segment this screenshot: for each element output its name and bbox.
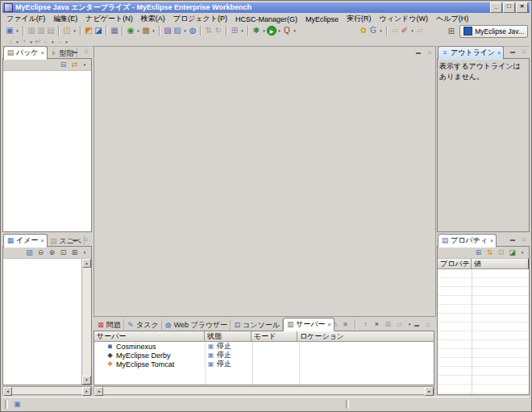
- new-ear-icon[interactable]: ▧: [172, 26, 182, 35]
- new-package-icon[interactable]: ▩: [141, 26, 151, 35]
- back-icon[interactable]: ←: [42, 38, 50, 46]
- tab-properties[interactable]: ▤ プロパティ ×: [438, 234, 497, 248]
- debug-icon[interactable]: ✱: [251, 26, 261, 35]
- tab-web-browser[interactable]: ◍ Web ブラウザー: [162, 319, 231, 331]
- chevron-down-icon[interactable]: ▾: [378, 28, 384, 33]
- view-menu-chevron-icon[interactable]: ▾: [81, 250, 88, 255]
- view-menu-chevron-icon[interactable]: ▾: [519, 250, 526, 255]
- maximize-icon[interactable]: □: [519, 235, 529, 244]
- close-icon[interactable]: ×: [328, 322, 331, 327]
- web-folder-icon[interactable]: ▱: [415, 26, 425, 35]
- maximize-icon[interactable]: □: [423, 320, 433, 330]
- maximize-button[interactable]: □: [503, 2, 515, 13]
- maximize-icon[interactable]: □: [425, 48, 434, 57]
- scroll-left-icon[interactable]: ◂: [3, 387, 12, 396]
- scroll-left-icon[interactable]: ◂: [94, 387, 103, 396]
- tab-servers[interactable]: ▥ サーバー ×: [283, 318, 335, 331]
- menu-file[interactable]: ファイル(F): [2, 14, 49, 24]
- refresh-icon[interactable]: ↻: [214, 26, 223, 35]
- chevron-down-icon[interactable]: ▾: [276, 28, 282, 33]
- menu-edit[interactable]: 編集(E): [49, 14, 81, 24]
- db-explorer-icon[interactable]: ⊞: [230, 26, 239, 35]
- last-edit-location-icon[interactable]: ↩: [34, 38, 42, 46]
- sort-icon[interactable]: ⇅: [485, 248, 494, 257]
- minimize-button[interactable]: _: [490, 2, 502, 13]
- scroll-down-icon[interactable]: ▾: [82, 376, 91, 385]
- scroll-right-icon[interactable]: ▸: [425, 387, 434, 396]
- column-header-server[interactable]: サーバー: [94, 331, 205, 341]
- table-row[interactable]: ◆MyEclipse Derby ▣停止: [94, 351, 434, 360]
- chevron-down-icon[interactable]: ▾: [182, 28, 188, 33]
- external-tools-icon[interactable]: Q: [282, 26, 292, 35]
- maximize-icon[interactable]: □: [81, 47, 91, 56]
- print-icon[interactable]: ▤: [46, 26, 56, 35]
- image-canvas-area[interactable]: ▴ ▾: [3, 259, 91, 385]
- chevron-down-icon[interactable]: ▾: [292, 28, 297, 33]
- menu-run[interactable]: 実行(R): [343, 14, 376, 24]
- menu-myeclipse[interactable]: MyEclipse: [301, 15, 343, 23]
- save-icon[interactable]: ▥: [27, 26, 36, 35]
- run-icon[interactable]: ▶: [267, 26, 276, 35]
- next-annotation-icon[interactable]: ↓: [6, 38, 15, 46]
- tab-outline[interactable]: ≡ アウトライン ×: [438, 46, 504, 60]
- minimize-icon[interactable]: ▬: [70, 47, 80, 56]
- tab-tasks[interactable]: ✎ タスク: [124, 319, 162, 331]
- minimize-icon[interactable]: ▬: [508, 47, 517, 56]
- package-tree-area[interactable]: [3, 71, 91, 231]
- column-header-status[interactable]: 状態: [205, 331, 251, 341]
- view-menu-chevron-icon[interactable]: ▾: [81, 62, 88, 67]
- column-header-property[interactable]: プロパティ: [438, 259, 472, 268]
- menu-project[interactable]: プロジェクト(P): [169, 14, 231, 24]
- minimize-icon[interactable]: ▬: [70, 235, 80, 244]
- menu-navigate[interactable]: ナビゲート(N): [81, 14, 136, 24]
- myeclipse-flower-icon[interactable]: ✿: [359, 26, 368, 35]
- server-publish-icon[interactable]: ↑: [361, 320, 370, 329]
- chevron-down-icon[interactable]: ▾: [72, 28, 77, 33]
- new-war-icon[interactable]: ▨: [163, 26, 172, 35]
- deploy-cube-orange-icon[interactable]: ◩: [84, 26, 94, 35]
- server-stop-icon[interactable]: ■: [341, 320, 350, 329]
- properties-table-body[interactable]: [438, 269, 529, 394]
- web-browser-icon[interactable]: ◍: [188, 26, 197, 35]
- zoom-out-icon[interactable]: ⊖: [36, 248, 45, 257]
- scroll-up-icon[interactable]: ▴: [82, 259, 91, 268]
- tab-image-viewer[interactable]: ▦ イメー ×: [3, 234, 48, 248]
- tab-problems[interactable]: ⊠ 問題: [94, 319, 124, 331]
- export-icon[interactable]: ◫: [62, 26, 72, 35]
- maximize-icon[interactable]: □: [81, 235, 91, 244]
- menu-search[interactable]: 検索(A): [137, 14, 169, 24]
- chevron-down-icon[interactable]: ▾: [135, 28, 141, 33]
- chevron-down-icon[interactable]: ▾: [409, 28, 415, 33]
- open-perspective-icon[interactable]: ⊞: [445, 26, 457, 36]
- grinder-icon[interactable]: G: [368, 26, 378, 35]
- column-header-mode[interactable]: モード: [251, 331, 297, 341]
- forward-icon[interactable]: →: [56, 38, 64, 46]
- close-icon[interactable]: ×: [41, 50, 44, 56]
- tab-package-explorer[interactable]: ▤ パッケ ×: [3, 46, 48, 60]
- show-categories-icon[interactable]: ⊞: [474, 248, 483, 257]
- vertical-scrollbar[interactable]: ▴ ▾: [81, 259, 91, 385]
- chevron-down-icon[interactable]: ▾: [15, 28, 20, 33]
- chevron-down-icon[interactable]: ▾: [50, 40, 56, 44]
- server-add-icon[interactable]: ⊞: [384, 320, 393, 329]
- new-class-icon[interactable]: ◉: [126, 26, 135, 35]
- column-header-value[interactable]: 値: [472, 259, 529, 268]
- server-folder-icon[interactable]: ▱: [395, 320, 404, 329]
- deploy-cube-blue-icon[interactable]: ◪: [94, 26, 103, 35]
- pin-icon[interactable]: ◪: [508, 248, 517, 257]
- archive-icon[interactable]: ▦: [110, 26, 119, 35]
- tab-console[interactable]: ⊡ コンソール: [231, 319, 283, 331]
- close-icon[interactable]: ×: [490, 238, 493, 243]
- perspective-tab-myeclipse-java[interactable]: MyEclipse Jav...: [459, 25, 528, 38]
- prev-annotation-icon[interactable]: ↑: [20, 38, 28, 46]
- fit-window-icon[interactable]: ⊞: [70, 248, 79, 257]
- image-icon[interactable]: ▨: [25, 248, 34, 257]
- chevron-down-icon[interactable]: ▾: [239, 28, 245, 33]
- column-header-location[interactable]: ロケーション: [297, 331, 434, 341]
- restore-default-icon[interactable]: ⊡: [497, 248, 505, 257]
- minimize-icon[interactable]: ▬: [508, 235, 517, 244]
- table-row[interactable]: ❖MyEclipse Tomcat ▣停止: [94, 360, 434, 368]
- minimize-icon[interactable]: ▬: [412, 320, 422, 330]
- new-wizard-icon[interactable]: ▣: [5, 26, 15, 35]
- minimize-icon[interactable]: ▬: [414, 48, 423, 57]
